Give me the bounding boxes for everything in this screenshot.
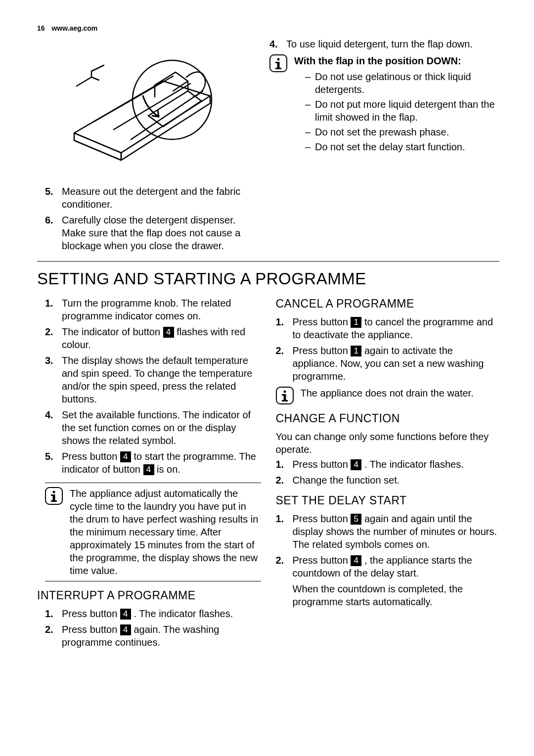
info-lead: With the flap in the position DOWN: (294, 55, 461, 66)
step-text: To use liquid detergent, turn the flap d… (286, 38, 499, 50)
info-item: Do not set the prewash phase. (305, 126, 499, 138)
info-item: Do not set the delay start function. (305, 140, 499, 153)
subsection-title: CANCEL A PROGRAMME (276, 297, 500, 311)
step-text: The display shows the default temperatur… (62, 354, 261, 405)
button-ref: 4 (351, 459, 361, 470)
step-number: 6. (45, 214, 62, 252)
step-number: 1. (45, 607, 62, 620)
svg-rect-5 (275, 62, 279, 63)
step-number: 4. (269, 38, 286, 50)
svg-rect-14 (282, 400, 288, 401)
step-text: Press button 4 . The indicator flashes. (293, 458, 500, 471)
step-number: 1. (276, 315, 293, 341)
button-ref: 5 (351, 514, 361, 525)
svg-rect-9 (51, 500, 57, 502)
step-text: Carefully close the detergent dispenser.… (62, 214, 255, 252)
step-number: 2. (276, 474, 293, 487)
subsection-title: SET THE DELAY START (276, 493, 500, 508)
svg-rect-10 (51, 494, 54, 496)
button-ref: 4 (120, 451, 131, 462)
info-item: Do not put more liquid detergent than th… (305, 98, 499, 124)
step-text: Turn the programme knob. The related pro… (62, 297, 261, 322)
button-ref: 1 (351, 346, 361, 356)
detergent-flap-illustration (72, 42, 225, 175)
button-ref: 4 (143, 464, 154, 475)
button-ref: 4 (351, 555, 361, 566)
step-text: Press button 1 to cancel the programme a… (293, 315, 500, 341)
step-text: Press button 4 to start the programme. T… (62, 450, 261, 476)
page-header: 16 www.aeg.com (37, 24, 499, 33)
step-text: Press button 5 again and again until the… (293, 512, 500, 551)
step-text: Press button 4 . The indicator flashes. (62, 607, 261, 620)
step-number: 2. (45, 623, 62, 649)
button-ref: 4 (120, 609, 131, 620)
divider (37, 261, 499, 262)
step-text: Set the available functions. The indicat… (62, 408, 261, 447)
svg-rect-15 (282, 394, 285, 396)
step-number: 1. (45, 297, 62, 322)
step-number: 5. (45, 450, 62, 476)
step-text: Press button 4 , the appliance starts th… (293, 554, 500, 608)
button-ref: 4 (120, 624, 131, 635)
info-icon (276, 387, 294, 404)
step-text: Press button 1 again to activate the app… (293, 344, 500, 383)
step-number: 2. (276, 554, 293, 608)
svg-point-12 (283, 390, 286, 393)
info-icon (269, 54, 287, 72)
subsection-title: CHANGE A FUNCTION (276, 411, 500, 426)
step-number: 1. (276, 458, 293, 471)
step-number: 4. (45, 408, 62, 447)
svg-point-7 (53, 491, 55, 493)
site-url: www.aeg.com (51, 24, 97, 32)
svg-point-2 (277, 58, 280, 61)
button-ref: 4 (163, 327, 174, 338)
step-number: 2. (45, 325, 62, 351)
step-text: Measure out the detergent and the fabric… (62, 185, 255, 211)
info-text: The appliance does not drain the water. (301, 387, 500, 404)
step-text: The indicator of button 4 flashes with r… (62, 325, 261, 351)
subsection-title: INTERRUPT A PROGRAMME (37, 588, 261, 603)
step-text: Press button 4 again. The washing progra… (62, 623, 261, 649)
info-icon (45, 487, 63, 505)
info-item: Do not use gelatinous or thick liquid de… (305, 70, 499, 96)
info-text: The appliance adjust automatically the c… (70, 487, 261, 577)
step-number: 3. (45, 354, 62, 405)
step-text: Change the function set. (293, 474, 500, 487)
section-title: SETTING AND STARTING A PROGRAMME (37, 268, 499, 290)
step-number: 5. (45, 185, 62, 211)
intro-text: You can change only some functions befor… (276, 430, 500, 456)
step-number: 1. (276, 512, 293, 551)
button-ref: 1 (351, 317, 361, 328)
page-number: 16 (37, 24, 45, 33)
step-number: 2. (276, 344, 293, 383)
svg-rect-4 (275, 68, 281, 69)
